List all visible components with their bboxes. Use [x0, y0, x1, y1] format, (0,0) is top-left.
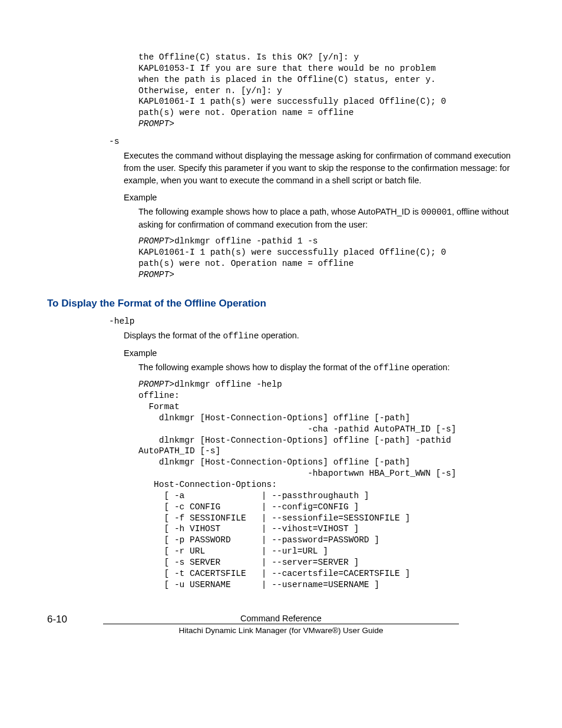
code-line: [ -p PASSWORD | --password=PASSWORD ] [138, 535, 379, 545]
code-line: dlnkmgr offline -pathid 1 -s [174, 236, 318, 246]
section-heading-display-format: To Display the Format of the Offline Ope… [47, 298, 515, 309]
inline-code: offline [223, 331, 259, 341]
code-line: [ -t CACERTSFILE | --cacertsfile=CACERTS… [138, 569, 410, 578]
prompt-text: PROMPT [138, 380, 169, 389]
page-number: 6-10 [47, 614, 67, 625]
prompt-text: PROMPT [138, 236, 169, 246]
code-line: > [169, 380, 174, 389]
code-line: [ -h VIHOST | --vihost=VIHOST ] [138, 524, 359, 533]
prompt-text: PROMPT [138, 270, 169, 279]
code-line: Host-Connection-Options: [138, 480, 277, 489]
inline-code: offline [373, 363, 409, 373]
code-line: [ -r URL | --url=URL ] [138, 546, 328, 556]
code-line: dlnkmgr [Host-Connection-Options] offlin… [138, 413, 410, 423]
code-line: > [169, 119, 174, 129]
code-line: KAPL01061-I 1 path(s) were successfully … [138, 97, 446, 106]
code-block-1: the Offline(C) status. Is this OK? [y/n]… [138, 52, 515, 130]
code-line: [ -a | --passthroughauth ] [138, 491, 369, 500]
flag-help-description: Displays the format of the offline opera… [124, 330, 515, 342]
code-line: offline: [138, 391, 180, 400]
code-line: when the path is placed in the Offline(C… [138, 75, 436, 84]
footer-title: Command Reference [103, 614, 459, 624]
text-fragment: Displays the format of the [124, 331, 223, 340]
example-label: Example [124, 193, 515, 202]
code-line: dlnkmgr [Host-Connection-Options] offlin… [138, 436, 451, 445]
code-line: > [169, 236, 174, 246]
flag-s: -s [109, 137, 515, 146]
prompt-text: PROMPT [138, 119, 169, 129]
code-line: AutoPATH_ID [-s] [138, 446, 220, 456]
code-block-2: PROMPT>dlnkmgr offline -pathid 1 -s KAPL… [138, 236, 515, 280]
code-line: [ -f SESSIONFILE | --sessionfile=SESSION… [138, 513, 410, 523]
example-label: Example [124, 348, 515, 358]
code-line: -cha -pathid AutoPATH_ID [-s] [138, 424, 457, 434]
flag-help: -help [109, 317, 515, 326]
code-line: dlnkmgr [Host-Connection-Options] offlin… [138, 457, 410, 467]
code-line: KAPL01061-I 1 path(s) were successfully … [138, 248, 446, 257]
code-line: Otherwise, enter n. [y/n]: y [138, 86, 282, 95]
code-line: > [169, 270, 174, 279]
code-line: the Offline(C) status. Is this OK? [y/n]… [138, 52, 359, 62]
flag-s-description: Executes the command without displaying … [124, 150, 515, 187]
code-line: [ -c CONFIG | --config=CONFIG ] [138, 502, 359, 512]
code-line: Format [138, 402, 180, 411]
text-fragment: operation. [259, 331, 299, 340]
inline-code: 000001 [421, 207, 452, 217]
page-footer: 6-10 Command Reference Hitachi Dynamic L… [0, 614, 562, 653]
code-line: KAPL01053-I If you are sure that there w… [138, 64, 436, 73]
code-line: [ -s SERVER | --server=SERVER ] [138, 558, 359, 567]
text-fragment: The following example shows how to displ… [138, 363, 373, 372]
flag-s-example-text: The following example shows how to place… [138, 206, 515, 231]
flag-help-example-text: The following example shows how to displ… [138, 361, 515, 374]
footer-subtitle: Hitachi Dynamic Link Manager (for VMware… [47, 626, 515, 635]
text-fragment: operation: [409, 363, 450, 372]
code-line: path(s) were not. Operation name = offli… [138, 108, 353, 117]
code-line: [ -u USERNAME | --username=USERNAME ] [138, 580, 379, 589]
text-fragment: The following example shows how to place… [138, 207, 421, 216]
code-line: path(s) were not. Operation name = offli… [138, 259, 353, 268]
code-line: -hbaportwwn HBA_Port_WWN [-s] [138, 469, 457, 478]
code-line: dlnkmgr offline -help [174, 380, 282, 389]
code-block-3: PROMPT>dlnkmgr offline -help offline: Fo… [138, 379, 515, 590]
